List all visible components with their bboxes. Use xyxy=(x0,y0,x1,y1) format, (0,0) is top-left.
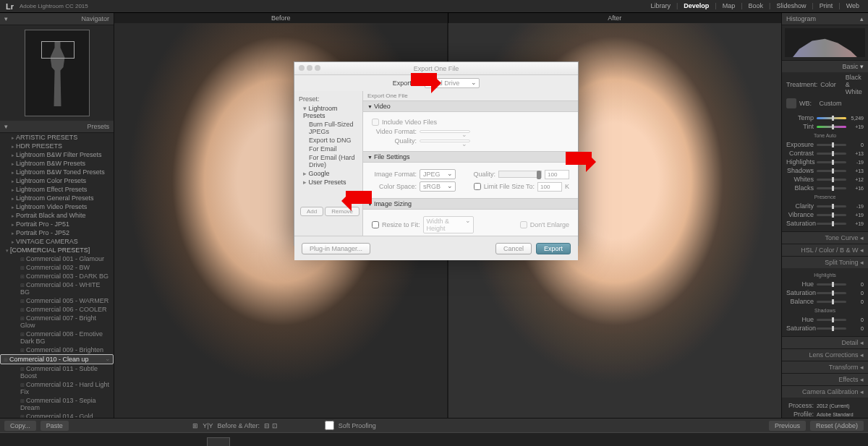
slider[interactable] xyxy=(817,327,846,330)
slider[interactable] xyxy=(817,301,846,303)
preset-item[interactable]: Commercial 006 - COOLER xyxy=(0,305,114,314)
sizing-section-header[interactable]: Image Sizing xyxy=(363,198,578,210)
nav-develop[interactable]: Develop xyxy=(684,2,709,9)
slider[interactable] xyxy=(817,153,846,155)
paste-button[interactable]: Paste xyxy=(41,421,69,431)
treatment-color[interactable]: Color xyxy=(820,81,836,88)
export-preset-item[interactable]: For Email xyxy=(297,145,359,153)
minimize-icon[interactable] xyxy=(307,65,312,71)
tone_curve-header[interactable]: Tone Curve ◂ xyxy=(782,232,868,244)
preset-item[interactable]: Commercial 005 - WARMER xyxy=(0,296,114,305)
preset-item[interactable]: Commercial 002 - BW xyxy=(0,263,114,272)
export-preset-item[interactable]: For Email (Hard Drive) xyxy=(297,153,359,169)
compare-icon[interactable]: Y|Y xyxy=(203,422,213,429)
preset-item[interactable]: Commercial 011 - Subtle Boost xyxy=(0,364,114,380)
slider[interactable] xyxy=(817,170,846,172)
preset-item[interactable]: Commercial 010 - Clean up xyxy=(0,354,114,364)
slider[interactable] xyxy=(817,223,846,225)
preset-folder-open[interactable]: [COMMERCIAL PRESETS] xyxy=(0,246,114,254)
previous-button[interactable]: Previous xyxy=(769,421,806,431)
ba-mode-icon[interactable]: ⊟ ⊡ xyxy=(264,422,278,429)
export-preset-item[interactable]: Export to DNG xyxy=(297,136,359,145)
preset-folder[interactable]: Portrait Pro - JP51 xyxy=(0,220,114,228)
preset-item[interactable]: Commercial 012 - Hard Light Fix xyxy=(0,380,114,396)
google-group[interactable]: Google xyxy=(297,169,359,178)
lr-presets-group[interactable]: Lightroom Presets xyxy=(297,104,359,120)
user-presets-group[interactable]: User Presets xyxy=(297,178,359,186)
preset-folder[interactable]: Lightroom B&W Filter Presets xyxy=(0,150,114,159)
preset-folder[interactable]: Lightroom Video Presets xyxy=(0,202,114,211)
preset-item[interactable]: Commercial 004 - WHITE BG xyxy=(0,280,114,296)
preset-item[interactable]: Commercial 013 - Sepia Dream xyxy=(0,396,114,412)
limit-size-checkbox[interactable] xyxy=(474,183,481,190)
slider[interactable] xyxy=(817,117,846,119)
quality-slider[interactable] xyxy=(498,171,542,178)
camera-header[interactable]: Camera Calibration ◂ xyxy=(782,386,868,398)
filmstrip-thumb[interactable] xyxy=(207,437,230,447)
preset-item[interactable]: Commercial 008 - Emotive Dark BG xyxy=(0,330,114,346)
colorspace-select[interactable]: sRGB xyxy=(420,181,456,192)
preset-folder[interactable]: ARTISTIC PRESETS xyxy=(0,133,114,142)
copy-button[interactable]: Copy... xyxy=(4,421,36,431)
nav-web[interactable]: Web xyxy=(846,2,859,9)
preset-item[interactable]: Commercial 003 - DARK BG xyxy=(0,272,114,280)
nav-slideshow[interactable]: Slideshow xyxy=(776,2,806,9)
preset-item[interactable]: Commercial 001 - Glamour xyxy=(0,254,114,263)
navigator-thumb[interactable] xyxy=(25,30,90,116)
zoom-icon[interactable] xyxy=(315,65,320,71)
lens-header[interactable]: Lens Corrections ◂ xyxy=(782,349,868,361)
transform-header[interactable]: Transform ◂ xyxy=(782,361,868,373)
file-section-header[interactable]: File Settings xyxy=(363,151,578,163)
preset-folder[interactable]: Portrait Black and White xyxy=(0,211,114,220)
view-icon[interactable]: ⊞ xyxy=(192,422,198,429)
resize-checkbox[interactable] xyxy=(372,221,379,228)
cancel-button[interactable]: Cancel xyxy=(495,243,532,254)
resize-mode-select[interactable]: Width & Height xyxy=(423,216,474,233)
basic-header[interactable]: Basic ▾ xyxy=(782,61,868,72)
slider[interactable] xyxy=(817,205,846,207)
slider[interactable] xyxy=(817,179,846,181)
effects-header[interactable]: Effects ◂ xyxy=(782,374,868,385)
export-button[interactable]: Export xyxy=(536,243,571,254)
slider[interactable] xyxy=(817,187,846,189)
preset-folder[interactable]: HDR PRESETS xyxy=(0,142,114,150)
preset-folder[interactable]: Lightroom B&W Presets xyxy=(0,159,114,168)
preset-folder[interactable]: Lightroom Color Presets xyxy=(0,176,114,185)
detail-header[interactable]: Detail ◂ xyxy=(782,337,868,348)
hsl-header[interactable]: HSL / Color / B & W ◂ xyxy=(782,244,868,256)
slider[interactable] xyxy=(817,144,846,146)
video-section-header[interactable]: Video xyxy=(363,100,578,112)
reset-button[interactable]: Reset (Adobe) xyxy=(810,421,864,431)
wb-dropper-icon[interactable] xyxy=(786,98,796,108)
preset-folder[interactable]: Lightroom General Presets xyxy=(0,194,114,202)
preset-item[interactable]: Commercial 009 - Brighten xyxy=(0,346,114,354)
preset-folder[interactable]: Lightroom B&W Toned Presets xyxy=(0,168,114,176)
slider[interactable] xyxy=(817,283,846,286)
slider[interactable] xyxy=(817,214,846,216)
image-format-select[interactable]: JPEG xyxy=(420,169,456,179)
preset-item[interactable]: Commercial 007 - Bright Glow xyxy=(0,314,114,330)
slider[interactable] xyxy=(817,126,846,128)
split-header[interactable]: Split Toning ◂ xyxy=(782,257,868,268)
nav-library[interactable]: Library xyxy=(650,2,671,9)
histogram-header[interactable]: Histogram▴ xyxy=(782,13,868,25)
close-icon[interactable] xyxy=(299,65,305,71)
slider[interactable] xyxy=(817,161,846,163)
nav-print[interactable]: Print xyxy=(820,2,833,9)
plugin-manager-button[interactable]: Plug-in Manager... xyxy=(302,243,370,254)
navigator-header[interactable]: ▾Navigator xyxy=(0,13,114,25)
presets-header[interactable]: ▾Presets xyxy=(0,121,114,133)
preset-folder[interactable]: Lightroom Effect Presets xyxy=(0,185,114,194)
slider[interactable] xyxy=(817,319,846,321)
export-preset-item[interactable]: Burn Full-Sized JPEGs xyxy=(297,120,359,136)
histogram[interactable] xyxy=(785,28,865,57)
nav-map[interactable]: Map xyxy=(723,2,736,9)
nav-book[interactable]: Book xyxy=(749,2,764,9)
preset-folder[interactable]: Portrait Pro - JP52 xyxy=(0,228,114,237)
preset-item[interactable]: Commercial 014 - Gold Plate xyxy=(0,412,114,418)
slider[interactable] xyxy=(817,292,846,294)
soft-proof-checkbox[interactable] xyxy=(325,421,334,430)
add-preset-button[interactable]: Add xyxy=(300,207,323,216)
quality-input[interactable] xyxy=(545,170,569,179)
preset-folder[interactable]: VINTAGE CAMERAS xyxy=(0,237,114,246)
